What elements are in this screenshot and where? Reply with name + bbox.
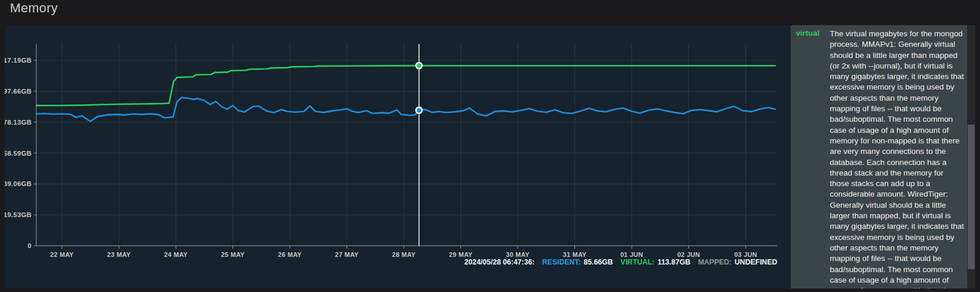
x-tick-label: 27 MAY: [335, 251, 359, 258]
resident-label: RESIDENT:: [542, 258, 581, 266]
hover-readout: 2024/05/28 06:47:36:RESIDENT:85.66GBVIRT…: [465, 258, 777, 266]
y-tick-label: 19.53GB: [5, 211, 32, 218]
memory-chart-panel: 019.53GB39.06GB58.59GB78.13GB97.66GB117.…: [5, 25, 791, 288]
y-tick-label: 117.19GB: [5, 57, 32, 64]
tooltip-scrollbar-track[interactable]: [967, 25, 975, 288]
y-tick-label: 97.66GB: [5, 88, 32, 95]
x-tick-label: 25 MAY: [221, 251, 245, 258]
metric-term: virtual: [796, 29, 820, 37]
y-tick-label: 39.06GB: [5, 180, 32, 187]
page-title: Memory: [10, 1, 58, 16]
x-tick-label: 02 JUN: [677, 251, 700, 258]
x-tick-label: 23 MAY: [107, 251, 131, 258]
metric-description-panel: virtual The virtual megabytes for the mo…: [791, 25, 967, 288]
x-tick-label: 31 MAY: [563, 251, 587, 258]
x-tick-label: 24 MAY: [164, 251, 188, 258]
y-tick-label: 0: [27, 242, 32, 249]
mapped-value: UNDEFINED: [735, 258, 777, 266]
x-tick-label: 28 MAY: [392, 251, 416, 258]
crosshair-point-resident: [416, 107, 422, 113]
metric-description: The virtual megabytes for the mongod pro…: [830, 29, 965, 288]
memory-chart[interactable]: 019.53GB39.06GB58.59GB78.13GB97.66GB117.…: [5, 25, 791, 288]
hover-timestamp: 2024/05/28 06:47:36:: [465, 258, 535, 266]
x-tick-label: 22 MAY: [50, 251, 74, 258]
x-tick-label: 29 MAY: [449, 251, 473, 258]
x-tick-label: 01 JUN: [620, 251, 643, 258]
x-tick-label: 26 MAY: [278, 251, 302, 258]
mapped-label: MAPPED:: [698, 258, 732, 266]
virtual-line: [36, 66, 775, 105]
tooltip-scrollbar-thumb[interactable]: [968, 125, 975, 269]
virtual-label: VIRTUAL:: [621, 258, 655, 266]
resident-value: 85.66GB: [584, 258, 613, 266]
x-tick-label: 30 MAY: [506, 251, 530, 258]
y-tick-label: 78.13GB: [5, 119, 32, 126]
virtual-value: 113.87GB: [657, 258, 690, 266]
y-tick-label: 58.59GB: [5, 150, 32, 157]
crosshair-point-virtual: [416, 63, 422, 68]
x-tick-label: 03 JUN: [734, 251, 757, 258]
resident-line: [36, 98, 775, 122]
